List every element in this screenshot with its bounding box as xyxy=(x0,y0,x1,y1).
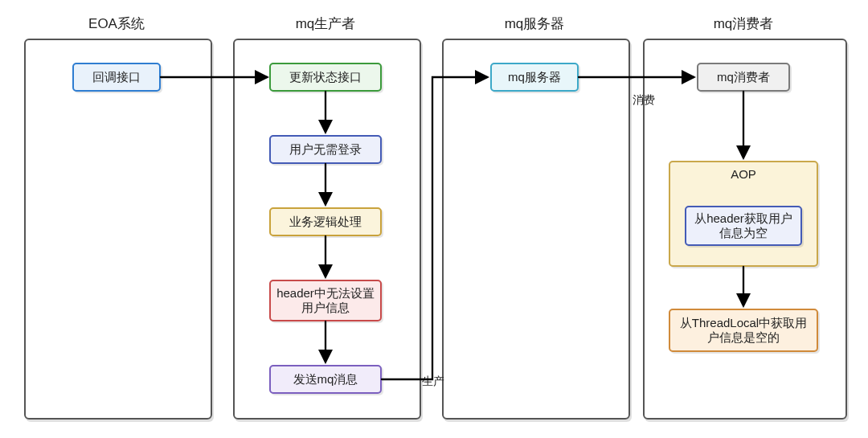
lane-title-server: mq服务器 xyxy=(442,14,627,33)
node-mq-server: mq服务器 xyxy=(490,63,579,92)
node-send-mq: 发送mq消息 xyxy=(269,365,382,394)
node-header-no-set-label: header中无法设置用户信息 xyxy=(276,286,375,315)
node-biz-logic: 业务逻辑处理 xyxy=(269,207,382,236)
lane-eoa xyxy=(24,39,212,420)
node-header-empty: 从header获取用户信息为空 xyxy=(685,206,802,246)
node-send-mq-label: 发送mq消息 xyxy=(293,372,358,387)
node-mq-consumer: mq消费者 xyxy=(697,63,790,92)
lane-title-consumer: mq消费者 xyxy=(643,14,844,33)
node-update-state: 更新状态接口 xyxy=(269,63,382,92)
edge-label-consume: 消费 xyxy=(633,93,655,108)
node-header-no-set: header中无法设置用户信息 xyxy=(269,280,382,321)
lane-title-producer: mq生产者 xyxy=(233,14,418,33)
node-no-login: 用户无需登录 xyxy=(269,135,382,164)
lane-title-eoa: EOA系统 xyxy=(24,14,209,33)
node-mq-consumer-label: mq消费者 xyxy=(717,70,770,84)
node-no-login-label: 用户无需登录 xyxy=(289,142,362,157)
node-update-state-label: 更新状态接口 xyxy=(289,70,362,84)
node-aop-label: AOP xyxy=(731,167,756,182)
diagram-stage: EOA系统 mq生产者 mq服务器 mq消费者 回调接口 更新状态接口 用户无需… xyxy=(0,0,868,438)
node-callback-label: 回调接口 xyxy=(92,70,141,84)
node-callback: 回调接口 xyxy=(72,63,161,92)
node-threadlocal-empty: 从ThreadLocal中获取用户信息是空的 xyxy=(669,309,818,352)
lane-server xyxy=(442,39,630,420)
node-header-empty-label: 从header获取用户信息为空 xyxy=(691,211,796,240)
edge-label-produce: 生产 xyxy=(422,375,444,389)
node-threadlocal-empty-label: 从ThreadLocal中获取用户信息是空的 xyxy=(675,316,812,345)
node-mq-server-label: mq服务器 xyxy=(508,70,561,84)
node-biz-logic-label: 业务逻辑处理 xyxy=(289,215,362,229)
